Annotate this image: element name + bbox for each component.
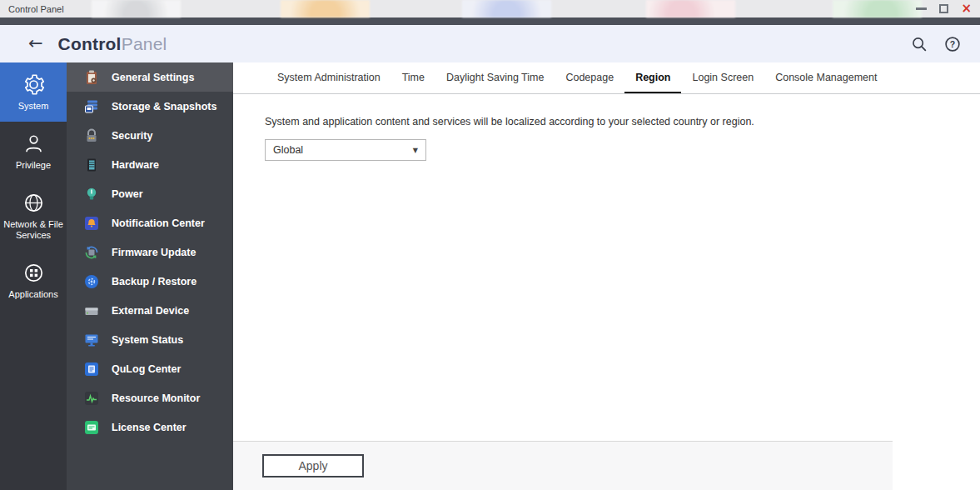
- menu-item-label: Notification Center: [112, 218, 205, 229]
- region-select[interactable]: Global ▼: [265, 139, 426, 161]
- menu-item-label: QuLog Center: [112, 363, 181, 375]
- control-panel-window: Control Panel × ← ControlPanel ?: [0, 0, 980, 490]
- rail-item-privilege[interactable]: Privilege: [0, 122, 67, 181]
- bell-tile-icon: [83, 215, 100, 232]
- taskbar-app-thumbnail: [281, 0, 370, 18]
- menu-item-label: Resource Monitor: [112, 392, 200, 404]
- titlebar-title: Control Panel: [0, 4, 64, 14]
- help-icon[interactable]: ?: [943, 35, 962, 53]
- page-title: ControlPanel: [58, 34, 167, 54]
- menu-item-storage-snapshots[interactable]: Storage & Snapshots: [67, 92, 233, 121]
- menu-item-notification-center[interactable]: Notification Center: [67, 208, 233, 238]
- rail-item-applications[interactable]: Applications: [0, 251, 67, 310]
- apps-grid-icon: [22, 262, 45, 284]
- chevron-down-icon: ▼: [413, 147, 418, 154]
- window-controls: ×: [916, 0, 972, 18]
- search-icon[interactable]: [910, 35, 928, 53]
- rail-item-system[interactable]: System: [0, 62, 67, 122]
- rail-item-network-file-services[interactable]: Network & File Services: [0, 181, 67, 251]
- rail-label: Applications: [3, 289, 63, 300]
- status-monitor-icon: [83, 332, 100, 348]
- waveform-tile-icon: [83, 390, 100, 407]
- menu-item-power[interactable]: Power: [67, 179, 233, 208]
- menu-item-license-center[interactable]: License Center: [67, 412, 233, 442]
- page-title-bold: Control: [58, 34, 122, 53]
- menu-item-label: Storage & Snapshots: [112, 101, 216, 112]
- rail-label: Network & File Services: [3, 219, 63, 241]
- menu-item-label: License Center: [112, 422, 187, 433]
- maximize-icon[interactable]: [939, 4, 948, 13]
- menu-item-qulog-center[interactable]: QuLog Center: [67, 354, 233, 383]
- storage-disks-icon: [83, 98, 100, 115]
- taskbar-app-thumbnail: [833, 0, 922, 18]
- menu-item-security[interactable]: Security: [67, 121, 233, 150]
- close-icon[interactable]: ×: [961, 2, 972, 15]
- globe-icon: [22, 192, 45, 214]
- app-header: ← ControlPanel ?: [0, 25, 980, 62]
- settings-menu: General Settings Storage & Snapshots Sec…: [67, 62, 233, 490]
- tab-login-screen[interactable]: Login Screen: [681, 62, 764, 93]
- menu-item-label: General Settings: [112, 72, 194, 83]
- minimize-icon[interactable]: [916, 8, 927, 10]
- menu-item-label: Firmware Update: [112, 247, 196, 258]
- tab-system-administration[interactable]: System Administration: [266, 62, 391, 93]
- menu-item-label: External Device: [112, 305, 189, 317]
- menu-item-label: Hardware: [112, 159, 159, 171]
- tab-region[interactable]: Region: [624, 62, 681, 93]
- menu-item-label: Power: [112, 188, 143, 200]
- help-glyph: ?: [950, 38, 955, 48]
- menu-item-external-device[interactable]: External Device: [67, 296, 233, 325]
- region-select-value: Global: [273, 144, 303, 156]
- tab-daylight-saving-time[interactable]: Daylight Saving Time: [435, 62, 555, 93]
- menu-item-backup-restore[interactable]: Backup / Restore: [67, 267, 233, 296]
- power-bulb-icon: [83, 186, 100, 202]
- nas-tower-icon: [83, 157, 100, 173]
- backup-circle-icon: [83, 273, 100, 290]
- back-arrow-icon[interactable]: ←: [28, 35, 43, 52]
- license-tile-icon: [83, 419, 100, 436]
- page-title-light: Panel: [122, 34, 167, 53]
- content-panel: System Administration Time Daylight Savi…: [233, 62, 980, 490]
- menu-item-general-settings[interactable]: General Settings: [67, 62, 233, 92]
- log-tile-icon: [83, 361, 100, 378]
- rail-label: Privilege: [3, 160, 63, 171]
- apply-button[interactable]: Apply: [262, 454, 364, 478]
- menu-item-label: Security: [112, 130, 152, 142]
- padlock-icon: [83, 128, 100, 144]
- category-rail: System Privilege Network & File Services: [0, 62, 67, 490]
- tab-time[interactable]: Time: [391, 62, 435, 93]
- titlebar: Control Panel ×: [0, 0, 980, 18]
- region-description: System and application content and servi…: [265, 116, 980, 128]
- taskbar-app-thumbnail: [646, 0, 735, 18]
- menu-item-label: Backup / Restore: [112, 276, 196, 288]
- window-top-strip: [0, 18, 980, 25]
- menu-item-label: System Status: [112, 334, 183, 346]
- action-bar: Apply: [233, 441, 893, 490]
- tab-console-management[interactable]: Console Management: [764, 62, 888, 93]
- update-arrows-icon: [83, 244, 100, 261]
- tab-bar: System Administration Time Daylight Savi…: [233, 62, 980, 94]
- taskbar-app-thumbnail: [462, 0, 551, 18]
- menu-item-firmware-update[interactable]: Firmware Update: [67, 238, 233, 267]
- menu-item-resource-monitor[interactable]: Resource Monitor: [67, 383, 233, 412]
- tab-codepage[interactable]: Codepage: [555, 62, 624, 93]
- gear-icon: [22, 73, 45, 96]
- menu-item-hardware[interactable]: Hardware: [67, 150, 233, 179]
- menu-item-system-status[interactable]: System Status: [67, 325, 233, 354]
- taskbar-app-thumbnail: [92, 0, 181, 18]
- rail-label: System: [3, 101, 63, 112]
- user-icon: [22, 132, 45, 155]
- clipboard-gear-icon: [83, 69, 100, 86]
- external-drive-icon: [83, 302, 100, 319]
